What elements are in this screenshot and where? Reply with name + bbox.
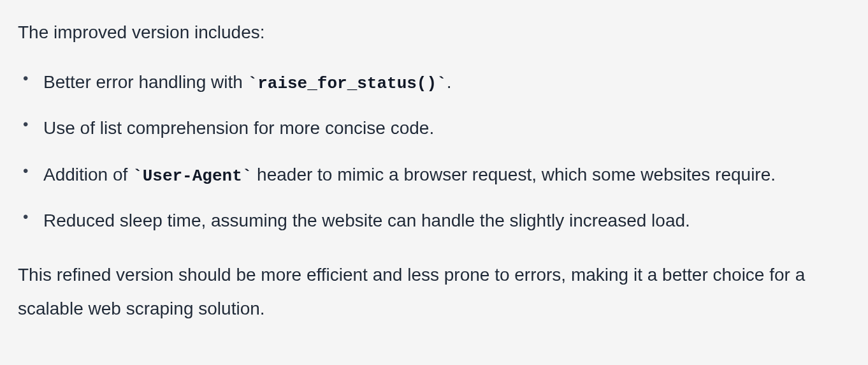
list-item-text-prefix: Use of list comprehension for more conci…: [43, 118, 434, 138]
inline-code: `User-Agent`: [133, 167, 252, 186]
intro-paragraph: The improved version includes:: [18, 19, 850, 46]
list-item-text-prefix: Reduced sleep time, assuming the website…: [43, 211, 690, 230]
list-item-text-suffix: header to mimic a browser request, which…: [252, 165, 776, 184]
improvements-list: Better error handling with `raise_for_st…: [18, 65, 850, 239]
conclusion-paragraph: This refined version should be more effi…: [18, 258, 850, 325]
list-item-text-suffix: .: [447, 72, 452, 92]
inline-code: `raise_for_status()`: [248, 74, 447, 93]
list-item-text-prefix: Addition of: [43, 165, 133, 184]
list-item: Reduced sleep time, assuming the website…: [43, 204, 850, 238]
list-item: Use of list comprehension for more conci…: [43, 111, 850, 145]
list-item-text-prefix: Better error handling with: [43, 72, 248, 92]
list-item: Better error handling with `raise_for_st…: [43, 65, 850, 100]
list-item: Addition of `User-Agent` header to mimic…: [43, 158, 850, 192]
